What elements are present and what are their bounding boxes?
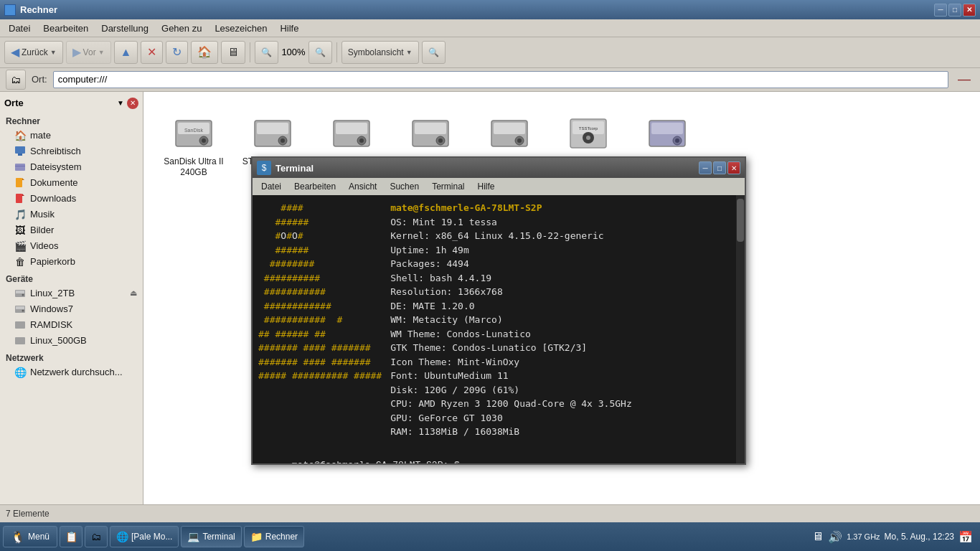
menu-datei[interactable]: Datei [3, 22, 36, 35]
menu-lesezeichen[interactable]: Lesezeichen [209, 22, 273, 35]
view-label: Symbolansicht [348, 47, 404, 57]
status-text: 7 Elemente [6, 509, 50, 519]
terminal-menu-bearbeiten[interactable]: Bearbeiten [288, 180, 341, 193]
calendar-icon[interactable]: 📅 [958, 530, 973, 544]
terminal-menu-ansicht[interactable]: Ansicht [343, 180, 382, 193]
info-uptime: Uptime: 1h 49m [390, 243, 632, 258]
terminal-scroll-thumb[interactable] [737, 199, 744, 242]
address-clear-button[interactable]: — [954, 70, 974, 90]
terminal-menu-hilfe[interactable]: Hilfe [471, 180, 500, 193]
address-input[interactable] [53, 71, 948, 88]
taskbar-rechner[interactable]: 📁 Rechner [244, 526, 304, 547]
menu-darstellung[interactable]: Darstellung [95, 22, 154, 35]
svg-point-45 [675, 138, 679, 143]
sidebar-item-linux500gb[interactable]: Linux_500GB [0, 333, 143, 349]
menu-bearbeiten[interactable]: Bearbeiten [37, 22, 94, 35]
zoom-value: 100% [281, 47, 305, 57]
up-arrow-icon: ▲ [121, 46, 132, 59]
terminal-menu-terminal[interactable]: Terminal [426, 180, 470, 193]
info-wm: WM: Metacity (Marco) [390, 313, 632, 327]
volume-icon[interactable]: 🔊 [828, 530, 842, 544]
rechner-taskbar-label: Rechner [265, 532, 298, 542]
svg-point-13 [22, 309, 24, 311]
home-icon: 🏠 [197, 45, 212, 59]
taskbar-app-switcher1[interactable]: 📋 [60, 526, 83, 547]
forward-button[interactable]: ▶ Vor ▼ [66, 41, 111, 64]
filesystem-icon [14, 161, 26, 173]
videos-icon: 🎬 [14, 240, 26, 252]
sidebar-item-downloads[interactable]: Downloads [0, 191, 143, 207]
terminal-prompt: mate@fschmerle-GA-78LMT-S2P:~$ [292, 460, 460, 463]
orte-header: Orte ▼ ✕ [0, 95, 143, 112]
taskbar: 🐧 Menü 📋 🗂 🌐 [Pale Mo... 💻 Terminal 📁 Re… [0, 522, 980, 551]
hdd-st2000-2-icon [329, 110, 374, 156]
sidebar-item-videos-label: Videos [30, 240, 59, 251]
neofetch-info: mate@fschmerle-GA-78LMT-S2P OS: Mint 19.… [390, 201, 632, 439]
terminal-body[interactable]: #### ###### #O#O# ###### ######## ######… [253, 195, 745, 463]
svg-point-28 [359, 138, 364, 143]
computer-button[interactable]: 🖥 [221, 41, 245, 64]
terminal-minimize-button[interactable]: ─ [699, 161, 712, 174]
taskbar-app-switcher2[interactable]: 🗂 [85, 526, 108, 547]
svg-rect-43 [651, 123, 683, 134]
back-button[interactable]: ◀ Zurück ▼ [4, 41, 63, 64]
maximize-button[interactable]: □ [948, 4, 961, 17]
menu-hilfe[interactable]: Hilfe [274, 22, 304, 35]
refresh-button[interactable]: ↻ [166, 41, 188, 64]
close-button[interactable]: ✕ [963, 4, 976, 17]
terminal-menu-suchen[interactable]: Suchen [384, 180, 425, 193]
terminal-titlebar: $ Terminal ─ □ ✕ [253, 158, 745, 178]
search-button[interactable]: 🔍 [422, 41, 446, 64]
terminal-close-button[interactable]: ✕ [727, 161, 740, 174]
minimize-button[interactable]: ─ [934, 4, 947, 17]
forward-dropdown-icon[interactable]: ▼ [98, 49, 105, 56]
sidebar-item-dateisystem[interactable]: Dateisystem [0, 159, 143, 175]
info-icon-theme: Icon Theme: Mint-WinOxy [390, 355, 632, 369]
terminal-maximize-button[interactable]: □ [713, 161, 726, 174]
back-dropdown-icon[interactable]: ▼ [50, 49, 57, 56]
menu-button[interactable]: 🐧 Menü [3, 526, 57, 547]
info-ram: RAM: 1138MiB / 16038MiB [390, 425, 632, 439]
app-switcher1-icon: 📋 [65, 531, 77, 542]
toolbar: ◀ Zurück ▼ ▶ Vor ▼ ▲ ✕ ↻ 🏠 🖥 [0, 37, 980, 68]
sidebar-item-schreibtisch[interactable]: Schreibtisch [0, 143, 143, 159]
up-button[interactable]: ▲ [114, 41, 138, 64]
terminal-window: $ Terminal ─ □ ✕ Datei Bearbeiten Ansich… [251, 156, 746, 465]
zoom-out-button[interactable]: 🔍 [255, 41, 278, 64]
view-dropdown[interactable]: Symbolansicht ▼ [341, 41, 419, 64]
view-dropdown-icon[interactable]: ▼ [406, 49, 413, 56]
sidebar-item-mate[interactable]: 🏠 mate [0, 128, 143, 143]
sidebar-item-ramdisk[interactable]: RAMDISK [0, 317, 143, 333]
sidebar-item-musik[interactable]: 🎵 Musik [0, 207, 143, 222]
svg-point-10 [22, 293, 24, 296]
filesystem-file-icon [644, 110, 690, 156]
terminal-scrollbar[interactable] [736, 195, 745, 463]
home-button[interactable]: 🏠 [191, 41, 218, 64]
info-shell: Shell: bash 4.4.19 [390, 271, 632, 286]
zoom-in-button[interactable]: 🔍 [308, 41, 332, 64]
sidebar-item-netzwerk[interactable]: 🌐 Netzwerk durchsuch... [0, 364, 143, 380]
sidebar-item-bilder[interactable]: 🖼 Bilder [0, 222, 143, 238]
file-item-sandisk[interactable]: SanDisk SanDisk Ultra II 240GB [158, 106, 230, 194]
terminal-menu-datei[interactable]: Datei [255, 180, 287, 193]
sidebar-item-linux2tb[interactable]: Linux_2TB ⏏ [0, 286, 143, 301]
svg-point-19 [202, 138, 206, 143]
menu-gehen-zu[interactable]: Gehen zu [156, 22, 207, 35]
sidebar-item-dokumente[interactable]: Dokumente [0, 175, 143, 191]
stop-button[interactable]: ✕ [141, 41, 163, 64]
taskbar-pale-moon[interactable]: 🌐 [Pale Mo... [110, 526, 179, 547]
musik-icon: 🎵 [14, 209, 26, 220]
orte-close-button[interactable]: ✕ [127, 98, 138, 109]
file-item-sandisk-label: SanDisk Ultra II 240GB [162, 156, 225, 179]
terminal-taskbar-icon: 💻 [187, 531, 199, 542]
hdd-sandisk-icon: SanDisk [171, 110, 217, 156]
orte-dropdown-icon[interactable]: ▼ [117, 99, 124, 107]
taskbar-terminal[interactable]: 💻 Terminal [181, 526, 241, 547]
rechner-taskbar-icon: 📁 [250, 531, 263, 542]
sidebar-item-windows7[interactable]: Windows7 [0, 301, 143, 317]
svg-marker-5 [22, 178, 24, 180]
sidebar-item-papierkorb[interactable]: 🗑 Papierkorb [0, 254, 143, 270]
location-indicator[interactable]: 🗂 [6, 70, 26, 90]
sidebar-item-videos[interactable]: 🎬 Videos [0, 238, 143, 254]
eject-icon[interactable]: ⏏ [130, 288, 137, 298]
